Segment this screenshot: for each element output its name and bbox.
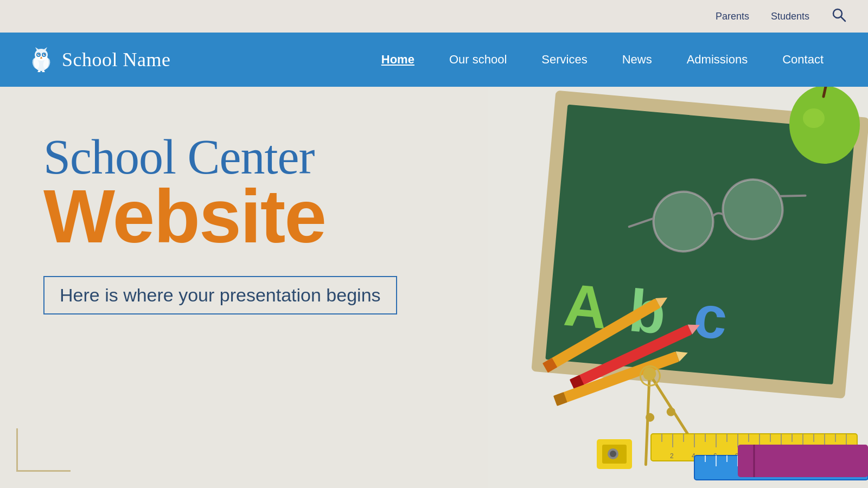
owl-icon (27, 46, 55, 74)
parents-link[interactable]: Parents (716, 11, 749, 22)
search-icon (831, 7, 846, 22)
nav-news[interactable]: News (605, 53, 669, 67)
nav-services[interactable]: Services (524, 53, 604, 67)
svg-line-1 (841, 17, 846, 22)
corner-decoration (16, 428, 71, 472)
svg-point-11 (44, 54, 45, 55)
nav-contact[interactable]: Contact (765, 53, 841, 67)
nav-our-school[interactable]: Our school (432, 53, 524, 67)
hero-section: A b c (0, 87, 868, 488)
school-name: School Name (62, 48, 170, 71)
svg-rect-89 (738, 445, 868, 477)
nav-home[interactable]: Home (364, 53, 432, 67)
students-link[interactable]: Students (771, 11, 809, 22)
navbar: School Name Home Our school Services New… (0, 33, 868, 87)
nav-admissions[interactable]: Admissions (669, 53, 765, 67)
top-bar: Parents Students (0, 0, 868, 33)
hero-subtitle: Here is where your presentation begins (60, 285, 381, 305)
hero-title-line2: Website (43, 178, 397, 254)
svg-point-10 (39, 54, 40, 55)
svg-text:c: c (691, 282, 730, 352)
hero-subtitle-box: Here is where your presentation begins (43, 276, 397, 314)
search-button[interactable] (831, 7, 846, 25)
svg-point-27 (789, 87, 860, 164)
logo-area: School Name (27, 46, 217, 74)
supplies-illustration: A b c (488, 87, 868, 488)
hero-content: School Center Website Here is where your… (43, 130, 397, 314)
svg-point-28 (803, 108, 825, 128)
svg-point-94 (610, 451, 616, 457)
svg-text:2: 2 (670, 452, 674, 460)
svg-point-0 (833, 9, 842, 18)
nav-links: Home Our school Services News Admissions… (217, 53, 841, 67)
